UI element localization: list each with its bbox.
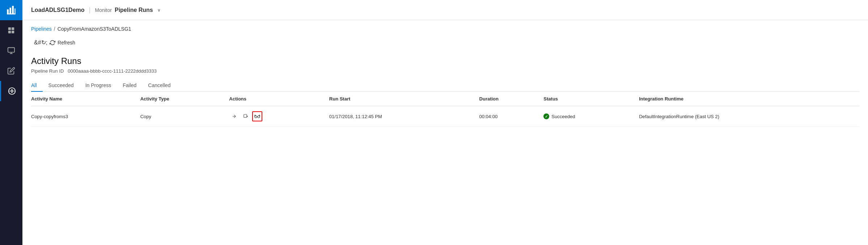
svg-rect-3: [14, 8, 15, 14]
tab-failed[interactable]: Failed: [117, 79, 142, 92]
svg-rect-15: [244, 115, 247, 117]
activity-runs-table: Activity Name Activity Type Actions Run …: [31, 92, 859, 127]
glasses-icon: [254, 114, 260, 119]
breadcrumb: Pipelines / CopyFromAmazonS3ToADLSG1: [31, 26, 859, 32]
section-title: Activity Runs: [31, 56, 859, 66]
svg-point-13: [11, 90, 13, 92]
cell-actions: [229, 106, 329, 127]
sidebar-item-author[interactable]: [0, 61, 22, 81]
col-activity-name: Activity Name: [31, 92, 140, 106]
breadcrumb-current-pipeline: CopyFromAmazonS3ToADLSG1: [58, 26, 131, 32]
monitor-icon: [7, 47, 15, 55]
tab-inprogress[interactable]: In Progress: [80, 79, 117, 92]
app-logo: [0, 0, 22, 20]
action-icons-group: [229, 111, 323, 121]
svg-rect-5: [8, 27, 11, 30]
cell-duration: 00:04:00: [479, 106, 544, 127]
cell-integration-runtime: DefaultIntegrationRuntime (East US 2): [639, 106, 859, 127]
col-integration-runtime: Integration Runtime: [639, 92, 859, 106]
sidebar-item-dashboard[interactable]: [0, 20, 22, 40]
tab-succeeded[interactable]: Succeeded: [43, 79, 80, 92]
col-run-start: Run Start: [329, 92, 479, 106]
tab-all[interactable]: All: [31, 79, 43, 92]
header: LoadADLSG1Demo | Monitor Pipeline Runs ∨: [22, 0, 868, 20]
details-action-icon[interactable]: [252, 111, 262, 121]
breadcrumb-separator: /: [54, 26, 55, 32]
refresh-icon: &#↻;: [34, 39, 47, 46]
refresh-spin-icon: [50, 40, 55, 46]
gauge-icon: [8, 87, 16, 95]
cell-activity-name: Copy-copyfroms3: [31, 106, 140, 127]
sidebar-item-monitor[interactable]: [0, 40, 22, 61]
status-text: Succeeded: [551, 114, 575, 119]
svg-rect-8: [12, 31, 14, 33]
content-area: Pipelines / CopyFromAmazonS3ToADLSG1 &#↻…: [22, 20, 868, 245]
refresh-label: Refresh: [58, 40, 75, 46]
sidebar: [0, 0, 22, 245]
success-dot-icon: [543, 113, 549, 119]
pencil-icon: [7, 67, 15, 75]
header-page-title: Pipeline Runs: [115, 7, 153, 13]
svg-rect-2: [12, 6, 14, 14]
main-area: LoadADLSG1Demo | Monitor Pipeline Runs ∨…: [22, 0, 868, 245]
svg-rect-9: [8, 48, 14, 52]
svg-rect-6: [12, 27, 14, 30]
tab-cancelled[interactable]: Cancelled: [142, 79, 176, 92]
factory-icon: [6, 5, 16, 15]
chevron-down-icon[interactable]: ∨: [157, 8, 161, 13]
pipeline-action-icon[interactable]: [229, 111, 239, 121]
dashboard-icon: [7, 26, 15, 34]
table-row: Copy-copyfroms3 Copy: [31, 106, 859, 127]
pipeline-run-id-value: 0000aaaa-bbbb-cccc-1111-2222dddd3333: [68, 68, 157, 74]
arrow-right-icon: [232, 114, 237, 119]
refresh-button[interactable]: &#↻; Refresh: [31, 38, 78, 47]
cell-run-start: 01/17/2018, 11:12:45 PM: [329, 106, 479, 127]
col-duration: Duration: [479, 92, 544, 106]
cell-status: Succeeded: [543, 106, 639, 127]
sidebar-item-activity[interactable]: [0, 81, 22, 101]
output-action-icon[interactable]: [241, 111, 251, 121]
col-actions: Actions: [229, 92, 329, 106]
filter-tabs: All Succeeded In Progress Failed Cancell…: [31, 79, 859, 92]
col-status: Status: [543, 92, 639, 106]
output-arrow-icon: [243, 114, 248, 119]
pipeline-run-id: Pipeline Run ID 0000aaaa-bbbb-cccc-1111-…: [31, 68, 859, 74]
app-name: LoadADLSG1Demo: [31, 7, 85, 13]
pipeline-run-label: Pipeline Run ID: [31, 68, 64, 74]
svg-rect-7: [8, 31, 11, 33]
status-badge: Succeeded: [543, 113, 633, 119]
svg-rect-4: [7, 13, 15, 14]
svg-rect-1: [9, 8, 11, 14]
cell-activity-type: Copy: [140, 106, 229, 127]
col-activity-type: Activity Type: [140, 92, 229, 106]
header-separator: |: [89, 6, 91, 14]
table-header-row: Activity Name Activity Type Actions Run …: [31, 92, 859, 106]
breadcrumb-pipelines-link[interactable]: Pipelines: [31, 26, 52, 32]
header-nav: Monitor: [95, 7, 112, 13]
